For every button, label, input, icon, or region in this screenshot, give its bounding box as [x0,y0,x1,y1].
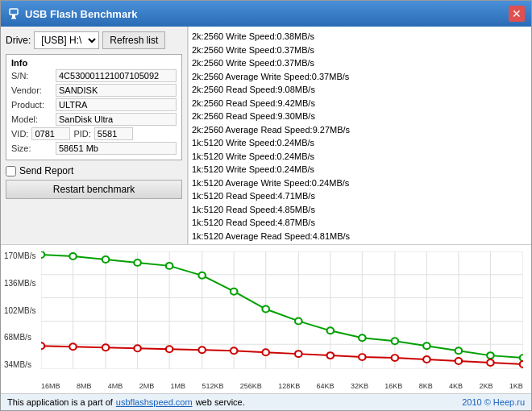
y-axis: 170MB/s 136MB/s 102MB/s 68MB/s 34MB/s [4,251,35,369]
log-line: 2k:2560 Read Speed:9.30MB/s [192,110,528,123]
y-label-1: 170MB/s [4,251,35,260]
read-dot [198,272,206,279]
vendor-label: Vendor: [11,85,56,95]
vid-label: VID: [11,129,28,139]
write-dot [423,356,430,363]
drive-select[interactable]: [USB] H:\ [34,31,99,49]
read-line [41,255,523,358]
read-dot [41,251,44,258]
model-value: SanDisk Ultra [56,113,177,126]
write-dot [134,345,141,351]
send-report-row: Send Report [6,165,182,176]
log-line: 2k:2560 Average Read Speed:9.27MB/s [192,123,528,137]
size-value: 58651 Mb [56,142,177,155]
info-title: Info [11,58,177,68]
size-row: Size: 58651 Mb [11,142,177,155]
log-line: 1k:5120 Write Speed:0.24MB/s [192,136,528,150]
log-line: 2k:2560 Read Speed:9.42MB/s [192,97,528,110]
size-label: Size: [11,143,56,153]
x-label-6: 512KB [202,382,223,390]
x-label-1: 16MB [41,382,60,390]
send-report-checkbox[interactable] [6,166,16,176]
log-line: 2k:2560 Write Speed:0.37MB/s [192,56,528,70]
close-button[interactable]: ✕ [509,6,525,22]
main-window: USB Flash Benchmark ✕ Drive: [USB] H:\ R… [0,0,532,411]
read-dot [231,289,238,295]
read-dot [262,306,269,313]
sn-row: S/N: 4C530001121007105092 [11,69,177,82]
write-dot [392,355,399,361]
x-axis: 16MB 8MB 4MB 2MB 1MB 512KB 256KB 128KB 6… [41,382,523,390]
write-dot [455,358,463,364]
log-line: 2k:2560 Read Speed:9.08MB/s [192,83,528,97]
main-content: Drive: [USB] H:\ Refresh list Info S/N: … [1,27,531,244]
read-dot [102,256,110,263]
write-dot [198,347,206,353]
x-label-13: 4KB [449,382,463,390]
product-value: ULTRA [56,98,177,111]
y-label-3: 102MB/s [4,306,35,315]
left-panel: Drive: [USB] H:\ Refresh list Info S/N: … [1,27,188,244]
info-box: Info S/N: 4C530001121007105092 Vendor: S… [6,54,182,160]
sn-value: 4C530001121007105092 [56,69,177,82]
x-label-14: 2KB [479,382,493,390]
x-label-12: 8KB [419,382,433,390]
model-label: Model: [11,114,56,124]
product-label: Product: [11,100,56,110]
read-dot [392,338,399,344]
x-label-3: 4MB [108,382,123,390]
read-dot [166,263,173,269]
vid-pid-row: VID: 0781 PID: 5581 [11,127,177,140]
write-dot [487,359,494,366]
x-label-4: 2MB [139,382,155,390]
write-dot [295,351,302,357]
window-title: USB Flash Benchmark [25,8,137,20]
log-line: 1k:5120 Write Speed:0.24MB/s [192,150,528,164]
read-dot [520,355,523,361]
write-line [41,346,523,364]
read-dot [487,352,494,359]
log-line: 2k:2560 Write Speed:0.37MB/s [192,44,528,57]
write-dot [102,344,110,351]
read-dot [327,327,335,334]
read-dot [423,342,430,349]
x-label-8: 128KB [278,382,300,390]
refresh-button[interactable]: Refresh list [102,31,165,49]
drive-label: Drive: [6,35,31,46]
product-row: Product: ULTRA [11,98,177,111]
send-report-label[interactable]: Send Report [19,165,73,176]
vid-value: 0781 [31,127,70,140]
log-line: 1k:5120 Average Write Speed:0.24MB/s [192,176,528,190]
write-dot [520,361,523,367]
y-label-4: 68MB/s [4,333,35,342]
drive-row: Drive: [USB] H:\ Refresh list [6,31,182,49]
log-line: 1k:5120 Read Speed:4.87MB/s [192,216,528,230]
write-dot [41,342,44,349]
log-line: 1k:5120 Average Read Speed:4.81MB/s [192,230,528,243]
read-dot [134,259,141,266]
benchmark-chart [41,251,523,369]
restart-button[interactable]: Restart benchmark [6,180,182,199]
x-label-15: 1KB [509,382,523,390]
read-dot [295,318,302,324]
titlebar-title: USB Flash Benchmark [7,7,137,20]
x-label-10: 32KB [351,382,368,390]
write-dot [231,347,238,354]
read-dot [359,334,366,341]
footer-link[interactable]: usbflashspeed.com [116,397,193,407]
footer: This application is a part of usbflashsp… [1,393,531,410]
log-line: 1k:5120 Write Speed:0.24MB/s [192,163,528,176]
svg-rect-0 [10,9,18,15]
footer-text: This application is a part of [7,397,113,407]
write-dot [166,346,173,352]
sn-label: S/N: [11,71,56,81]
chart-area: 170MB/s 136MB/s 102MB/s 68MB/s 34MB/s 16… [1,244,531,393]
vendor-row: Vendor: SANDISK [11,84,177,97]
write-dot [327,352,335,359]
log-line: 1k:5120 Read Speed:4.71MB/s [192,189,528,203]
titlebar: USB Flash Benchmark ✕ [1,1,531,27]
log-line: 2k:2560 Write Speed:0.38MB/s [192,30,528,44]
usb-icon [7,7,20,20]
log-panel[interactable]: 2k:2560 Write Speed:0.38MB/s2k:2560 Writ… [188,27,531,244]
vendor-value: SANDISK [56,84,177,97]
